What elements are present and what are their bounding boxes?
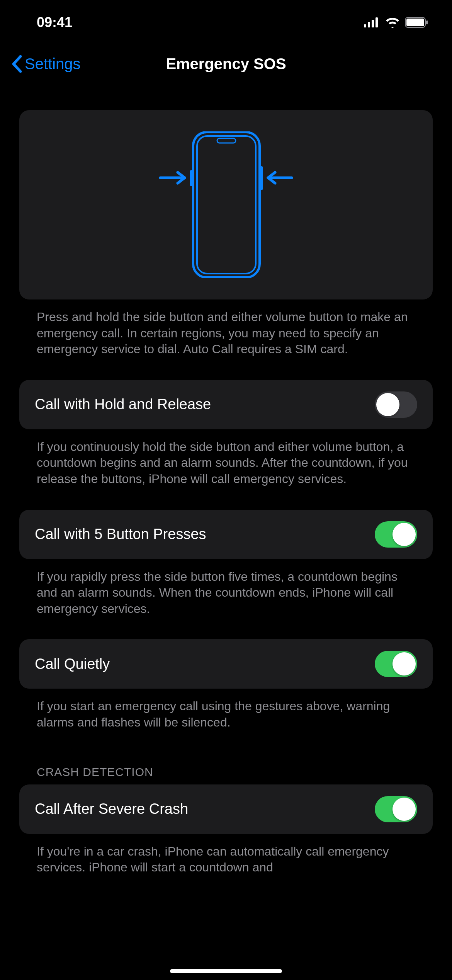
chevron-left-icon [12,55,22,73]
svg-rect-8 [197,136,256,274]
svg-rect-10 [190,170,192,186]
diagram-card [19,110,433,299]
back-label: Settings [25,55,81,73]
status-icons [364,17,429,28]
crash-detection-header: CRASH DETECTION [19,766,433,784]
row-label: Call After Severe Crash [35,801,188,817]
call-hold-release-row[interactable]: Call with Hold and Release [19,380,433,429]
call-five-presses-footer: If you rapidly press the side button fiv… [19,559,433,617]
svg-rect-2 [372,20,374,27]
battery-icon [405,17,429,28]
row-label: Call with Hold and Release [35,396,211,413]
phone-diagram-icon [158,131,294,278]
svg-rect-6 [426,20,428,24]
home-indicator[interactable] [170,969,282,973]
back-button[interactable]: Settings [0,55,81,73]
svg-rect-9 [217,138,236,143]
svg-rect-11 [260,166,263,190]
call-after-crash-toggle[interactable] [375,796,417,822]
call-quietly-row[interactable]: Call Quietly [19,639,433,689]
status-bar: 09:41 [0,0,452,39]
row-label: Call Quietly [35,656,110,672]
call-quietly-footer: If you start an emergency call using the… [19,689,433,730]
diagram-footer-text: Press and hold the side button and eithe… [19,299,433,357]
call-after-crash-footer: If you're in a car crash, iPhone can aut… [19,834,433,876]
call-hold-release-footer: If you continuously hold the side button… [19,429,433,487]
call-five-presses-toggle[interactable] [375,521,417,548]
call-five-presses-row[interactable]: Call with 5 Button Presses [19,510,433,559]
cellular-signal-icon [364,17,380,27]
svg-rect-3 [376,17,378,27]
status-time: 09:41 [37,14,72,31]
svg-rect-5 [406,19,424,26]
call-quietly-toggle[interactable] [375,651,417,677]
call-hold-release-toggle[interactable] [375,391,417,418]
svg-rect-7 [193,132,260,277]
row-label: Call with 5 Button Presses [35,526,206,543]
svg-rect-1 [368,22,370,27]
svg-rect-0 [364,24,366,27]
navigation-bar: Settings Emergency SOS [0,44,452,83]
call-after-crash-row[interactable]: Call After Severe Crash [19,784,433,834]
wifi-icon [385,17,400,28]
